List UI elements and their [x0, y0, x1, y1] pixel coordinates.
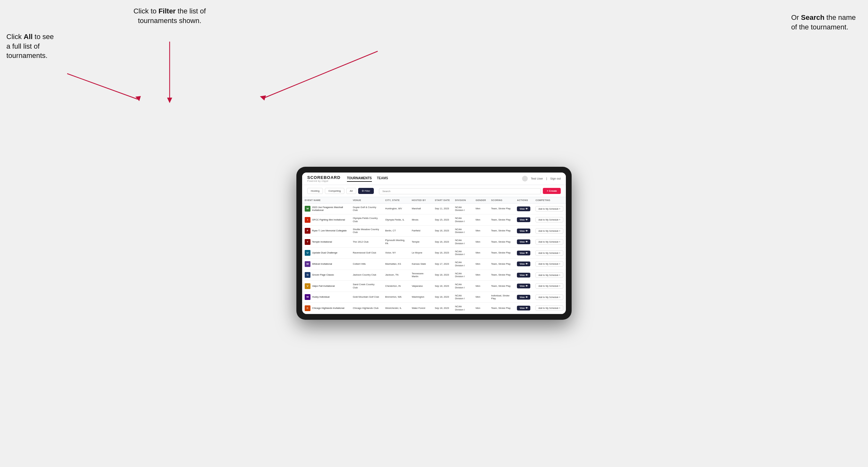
cell-division-0: NCAA Division I	[453, 203, 473, 214]
add-schedule-button-8[interactable]: Add to My Schedule +	[535, 294, 563, 300]
cell-hosted-by-7: Valparaiso	[409, 281, 432, 292]
cell-venue-9: Chicago Highlands Club	[350, 303, 382, 314]
eye-icon-0: 👁	[526, 208, 528, 210]
cell-actions-3: View 👁	[514, 237, 533, 248]
eye-icon-6: 👁	[526, 274, 528, 276]
cell-actions-1: View 👁	[514, 214, 533, 226]
col-actions: ACTIONS	[514, 197, 533, 204]
cell-start-date-8: Sep 18, 2023	[432, 291, 452, 303]
create-button[interactable]: + Create	[543, 188, 561, 194]
view-button-7[interactable]: View 👁	[517, 284, 530, 288]
add-schedule-button-1[interactable]: Add to My Schedule +	[535, 217, 563, 222]
nav-tab-teams[interactable]: TEAMS	[377, 175, 388, 182]
cell-start-date-7: Sep 18, 2023	[432, 281, 452, 292]
view-button-4[interactable]: View 👁	[517, 251, 530, 255]
tablet-screen: SCOREBOARD Powered by clippd TOURNAMENTS…	[302, 173, 566, 314]
cell-competing-0: Add to My Schedule +	[533, 203, 566, 214]
event-name-6: Grover Page Classic	[312, 273, 334, 277]
cell-scoring-9: Team, Stroke Play	[488, 303, 514, 314]
toolbar: Hosting Competing All ⚙ Filter + Create	[302, 185, 566, 197]
team-logo-9: C	[305, 305, 310, 311]
table-row: I OFCC Fighting Illini Invitational Olym…	[302, 214, 566, 226]
search-input[interactable]	[379, 188, 541, 194]
col-division: DIVISION	[453, 197, 473, 204]
cell-start-date-9: Sep 18, 2023	[432, 303, 452, 314]
table-row: W Husky Individual Gold Mountain Golf Cl…	[302, 291, 566, 303]
annotation-top-left: Click All to seea full list oftournament…	[6, 32, 54, 61]
cell-division-7: NCAA Division I	[453, 281, 473, 292]
eye-icon-9: 👁	[526, 307, 528, 309]
cell-gender-4: Men	[473, 247, 488, 259]
cell-city-state-2: Berlin, CT	[382, 225, 409, 237]
add-schedule-button-7[interactable]: Add to My Schedule +	[535, 283, 563, 289]
cell-scoring-8: Individual, Stroke Play	[488, 291, 514, 303]
table-row: M 2023 Joe Feaganes Marshall Invitationa…	[302, 203, 566, 214]
add-schedule-button-3[interactable]: Add to My Schedule +	[535, 239, 563, 245]
table-row: V Valpo Fall Invitational Sand Creek Cou…	[302, 281, 566, 292]
filter-button[interactable]: ⚙ Filter	[358, 188, 374, 194]
view-button-8[interactable]: View 👁	[517, 295, 530, 300]
col-venue: VENUE	[350, 197, 382, 204]
annotation-top-right: Or Search the name of the tournament.	[791, 13, 862, 32]
cell-competing-7: Add to My Schedule +	[533, 281, 566, 292]
cell-venue-0: Guyan Golf & Country Club	[350, 203, 382, 214]
cell-division-3: NCAA Division I	[453, 237, 473, 248]
table-row: W Wildcat Invitational Colbert Hills Man…	[302, 259, 566, 270]
add-schedule-button-4[interactable]: Add to My Schedule +	[535, 250, 563, 256]
cell-gender-2: Men	[473, 225, 488, 237]
event-name-0: 2023 Joe Feaganes Marshall Invitational	[312, 206, 348, 212]
cell-venue-1: Olympia Fields Country Club	[350, 214, 382, 226]
col-gender: GENDER	[473, 197, 488, 204]
event-name-4: Upstate Dual Challenge	[312, 251, 337, 254]
tournaments-table-container: EVENT NAME VENUE CITY, STATE HOSTED BY S…	[302, 197, 566, 314]
view-button-3[interactable]: View 👁	[517, 240, 530, 244]
separator: |	[546, 177, 547, 180]
view-button-6[interactable]: View 👁	[517, 273, 530, 278]
event-name-2: Ryan T. Lee Memorial Collegiate	[312, 229, 347, 232]
add-schedule-button-9[interactable]: Add to My Schedule +	[535, 305, 563, 311]
header-right: Test User | Sign out	[522, 176, 561, 182]
cell-start-date-3: Sep 16, 2023	[432, 237, 452, 248]
logo-subtitle: Powered by clippd	[307, 180, 329, 182]
cell-event-name-4: U Upstate Dual Challenge	[302, 247, 350, 259]
cell-actions-8: View 👁	[514, 291, 533, 303]
competing-button[interactable]: Competing	[325, 188, 344, 194]
view-button-9[interactable]: View 👁	[517, 306, 530, 310]
view-button-0[interactable]: View 👁	[517, 207, 530, 211]
cell-gender-3: Men	[473, 237, 488, 248]
cell-event-name-2: F Ryan T. Lee Memorial Collegiate	[302, 225, 350, 237]
cell-hosted-by-3: Temple	[409, 237, 432, 248]
cell-hosted-by-4: Le Moyne	[409, 247, 432, 259]
sign-out-link[interactable]: Sign out	[550, 177, 561, 180]
cell-scoring-4: Team, Stroke Play	[488, 247, 514, 259]
table-row: C Chicago Highlands Invitational Chicago…	[302, 303, 566, 314]
cell-actions-4: View 👁	[514, 247, 533, 259]
nav-tab-tournaments[interactable]: TOURNAMENTS	[347, 175, 372, 182]
cell-actions-6: View 👁	[514, 270, 533, 281]
eye-icon-8: 👁	[526, 296, 528, 298]
cell-city-state-5: Manhattan, KS	[382, 259, 409, 270]
cell-actions-5: View 👁	[514, 259, 533, 270]
cell-division-1: NCAA Division I	[453, 214, 473, 226]
hosting-button[interactable]: Hosting	[307, 188, 323, 194]
view-button-2[interactable]: View 👁	[517, 228, 530, 234]
cell-gender-5: Men	[473, 259, 488, 270]
all-button[interactable]: All	[346, 188, 356, 194]
add-schedule-button-2[interactable]: Add to My Schedule +	[535, 228, 563, 234]
cell-event-name-5: W Wildcat Invitational	[302, 259, 350, 270]
cell-venue-4: Ravenwood Golf Club	[350, 247, 382, 259]
view-button-1[interactable]: View 👁	[517, 217, 530, 222]
team-logo-5: W	[305, 261, 310, 267]
view-button-5[interactable]: View 👁	[517, 261, 530, 266]
cell-gender-0: Men	[473, 203, 488, 214]
col-start-date: START DATE	[432, 197, 452, 204]
eye-icon-2: 👁	[526, 230, 528, 232]
add-schedule-button-0[interactable]: Add to My Schedule +	[535, 206, 563, 212]
add-schedule-button-5[interactable]: Add to My Schedule +	[535, 261, 563, 267]
add-schedule-button-6[interactable]: Add to My Schedule +	[535, 272, 563, 278]
table-row: U Upstate Dual Challenge Ravenwood Golf …	[302, 247, 566, 259]
cell-scoring-5: Team, Stroke Play	[488, 259, 514, 270]
cell-event-name-3: T Temple Invitational	[302, 237, 350, 248]
team-logo-7: V	[305, 283, 310, 289]
cell-scoring-0: Team, Stroke Play	[488, 203, 514, 214]
